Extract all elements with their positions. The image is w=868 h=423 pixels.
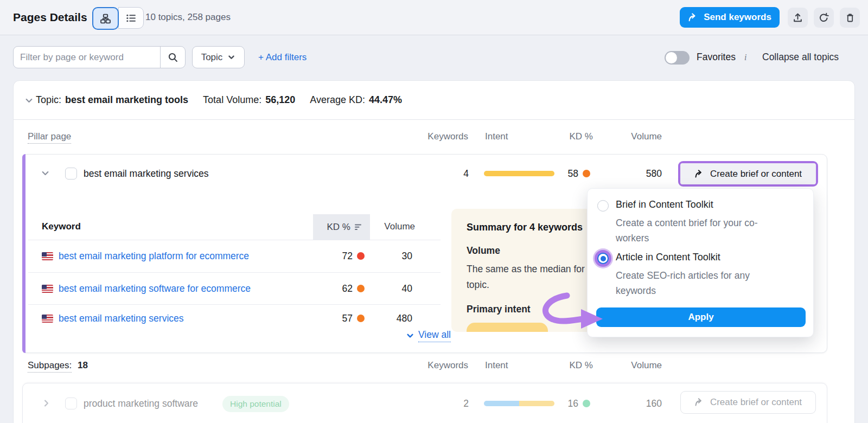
view-all-link[interactable]: View all [406,329,451,342]
favorites-toggle[interactable] [665,51,690,65]
radio-article[interactable] [597,253,609,264]
option-brief-label[interactable]: Brief in Content Toolkit [616,199,713,210]
top-bar: Pages Details [0,0,868,35]
us-flag-icon [42,252,53,260]
create-brief-or-content-button[interactable]: Create brief or content [680,391,816,414]
column-keywords: Keywords [414,131,468,142]
topic-summary-line: Topic:best email marketing toolsTotal Vo… [36,81,402,119]
search-input[interactable] [14,47,160,68]
refresh-button[interactable] [814,8,834,28]
pillar-checkbox[interactable] [65,168,77,180]
chevron-down-icon[interactable] [41,169,50,178]
total-volume-value: 56,120 [265,94,295,105]
column-intent: Intent [485,131,508,142]
summary-title: Summary for 4 keywords [467,222,596,233]
delete-button[interactable] [840,8,860,28]
chevron-down-icon [227,53,235,61]
chevron-down-icon[interactable] [24,96,34,105]
volume-value: 40 [358,283,412,294]
collapse-all-topics[interactable]: Collapse all topics [762,46,839,68]
add-filters-link[interactable]: + Add filters [258,46,307,68]
create-content-popup: Brief in Content Toolkit Create a conten… [587,188,814,337]
keyword-link[interactable]: best email marketing software for ecomme… [59,283,251,294]
filter-search [13,46,186,68]
subpage-checkbox[interactable] [65,398,77,409]
us-flag-icon [42,315,53,323]
kd-dot-orange [583,170,590,177]
export-button[interactable] [788,8,808,28]
favorites-label: Favorites [697,46,736,68]
subpage-volume-value: 160 [608,398,662,409]
summary-primary-intent-label: Primary intent [467,304,596,315]
volume-value: 30 [358,251,412,262]
list-icon [126,13,136,23]
column-keywords: Keywords [414,360,468,371]
column-volume: Volume [608,360,662,371]
total-volume-label: Total Volume: [203,94,261,105]
refresh-icon [819,12,829,23]
search-icon [168,52,178,62]
summary-panel: Summary for 4 keywords Volume The same a… [451,209,596,332]
chevron-right-icon[interactable] [42,399,51,408]
topic-filter-dropdown[interactable]: Topic [192,46,245,68]
share-arrow-icon [694,169,704,179]
sitemap-icon [100,14,111,24]
intent-pill [467,323,548,332]
topic-label: Topic: [36,94,61,105]
kd-value: 57 [309,313,353,324]
radio-brief[interactable] [597,200,609,211]
share-arrow-icon [694,398,704,407]
upload-icon [793,12,803,23]
pillar-keywords-count: 4 [414,168,469,180]
column-kd: KD % [539,131,593,142]
share-arrow-icon [688,12,698,23]
us-flag-icon [42,285,53,293]
search-submit-button[interactable] [160,47,185,68]
keyword-row: best email marketing platform for ecomme… [23,240,441,272]
send-keywords-button[interactable]: Send keywords [680,7,780,28]
pillar-volume-value: 580 [608,168,662,180]
trash-icon [845,13,855,23]
summary-volume-text: The same as the median for topic. [467,261,596,293]
topic-name: best email marketing tools [65,94,188,105]
option-article-label[interactable]: Article in Content Toolkit [616,252,720,263]
pages-details-screen: Pages Details [0,0,868,423]
keyword-link[interactable]: best email marketing services [59,313,184,324]
column-pillar-page[interactable]: Pillar page [28,131,71,142]
pillar-kd-value: 58 [535,168,578,180]
column-volume: Volume [608,131,662,142]
subpage-title[interactable]: product marketing software [84,398,198,409]
subpage-kd-value: 16 [535,398,578,409]
subpages-label[interactable]: Subpages: 18 [28,360,88,371]
option-brief-description: Create a content brief for your co- work… [616,215,803,246]
high-potential-badge: High potential [222,396,289,412]
column-kd: KD % [539,360,593,371]
create-brief-or-content-button[interactable]: Create brief or content [680,163,816,184]
kd-value: 72 [309,251,353,262]
topic-header-row[interactable]: Topic:best email marketing toolsTotal Vo… [14,81,854,120]
subpage-keywords-count: 2 [414,398,469,409]
option-article-description: Create SEO-rich articles for any keyword… [616,268,803,298]
average-kd-value: 44.47% [369,94,402,105]
keyword-table-col-volume: Volume [361,221,415,232]
apply-button[interactable]: Apply [596,307,806,327]
average-kd-label: Average KD: [310,94,365,105]
topics-pages-count: 10 topics, 258 pages [145,0,231,35]
keyword-table-col-keyword: Keyword [42,221,81,232]
summary-volume-label: Volume [467,245,596,257]
keyword-link[interactable]: best email marketing platform for ecomme… [59,251,249,262]
view-toggle [92,7,144,30]
annotation-highlight-box: Create brief or content [678,161,818,187]
page-title: Pages Details [13,0,87,35]
volume-value: 480 [358,313,412,324]
chevron-down-icon [406,331,414,340]
column-intent: Intent [485,360,508,371]
kd-dot-green [583,400,590,407]
pillar-page-title[interactable]: best email marketing services [84,168,209,180]
tree-view-button[interactable] [92,7,119,30]
info-icon[interactable]: i [744,46,746,68]
list-view-button[interactable] [118,7,144,29]
subpage-card: product marketing software High potentia… [22,383,827,423]
subpages-count: 18 [78,360,88,370]
kd-value: 62 [309,283,353,294]
